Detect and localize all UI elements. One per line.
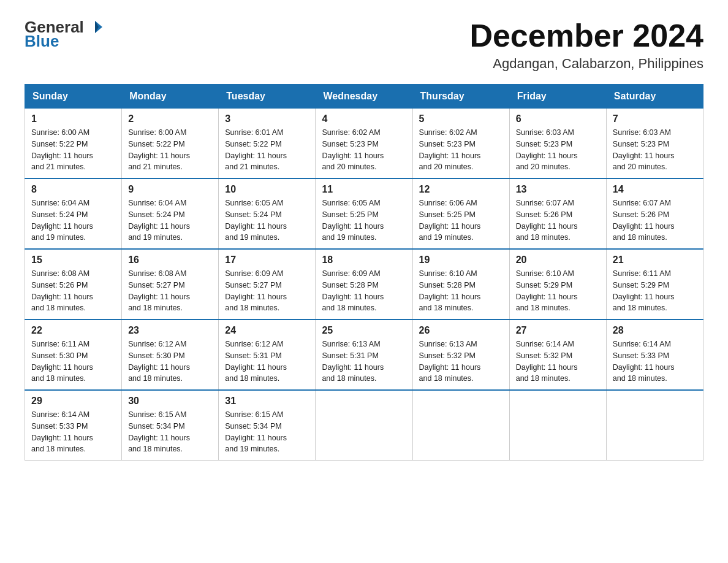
day-number: 16 xyxy=(128,255,212,266)
day-number: 6 xyxy=(516,113,600,124)
day-number: 12 xyxy=(419,184,503,195)
calendar-week-row: 1 Sunrise: 6:00 AMSunset: 5:22 PMDayligh… xyxy=(25,109,703,179)
day-number: 4 xyxy=(322,113,406,124)
calendar-day-cell: 17 Sunrise: 6:09 AMSunset: 5:27 PMDaylig… xyxy=(219,249,316,320)
day-number: 15 xyxy=(31,255,115,266)
day-info: Sunrise: 6:05 AMSunset: 5:24 PMDaylight:… xyxy=(225,199,287,242)
calendar-day-cell xyxy=(509,390,606,461)
day-number: 24 xyxy=(225,325,309,336)
logo: General Blue xyxy=(25,18,104,49)
day-number: 14 xyxy=(613,184,697,195)
calendar-day-cell: 15 Sunrise: 6:08 AMSunset: 5:26 PMDaylig… xyxy=(25,249,122,320)
day-info: Sunrise: 6:15 AMSunset: 5:34 PMDaylight:… xyxy=(128,410,190,453)
day-number: 31 xyxy=(225,396,309,407)
col-header-tuesday: Tuesday xyxy=(219,85,316,109)
day-number: 26 xyxy=(419,325,503,336)
day-number: 23 xyxy=(128,325,212,336)
calendar-day-cell: 22 Sunrise: 6:11 AMSunset: 5:30 PMDaylig… xyxy=(25,320,122,390)
calendar-day-cell: 4 Sunrise: 6:02 AMSunset: 5:23 PMDayligh… xyxy=(316,109,412,179)
day-info: Sunrise: 6:00 AMSunset: 5:22 PMDaylight:… xyxy=(31,128,93,171)
calendar-week-row: 15 Sunrise: 6:08 AMSunset: 5:26 PMDaylig… xyxy=(25,249,703,320)
calendar-day-cell: 24 Sunrise: 6:12 AMSunset: 5:31 PMDaylig… xyxy=(219,320,316,390)
day-info: Sunrise: 6:10 AMSunset: 5:28 PMDaylight:… xyxy=(419,269,481,312)
day-number: 8 xyxy=(31,184,115,195)
day-number: 22 xyxy=(31,325,115,336)
calendar-day-cell: 29 Sunrise: 6:14 AMSunset: 5:33 PMDaylig… xyxy=(25,390,122,461)
calendar-day-cell: 23 Sunrise: 6:12 AMSunset: 5:30 PMDaylig… xyxy=(122,320,219,390)
calendar-day-cell: 18 Sunrise: 6:09 AMSunset: 5:28 PMDaylig… xyxy=(316,249,412,320)
calendar-day-cell: 2 Sunrise: 6:00 AMSunset: 5:22 PMDayligh… xyxy=(122,109,219,179)
page-header: General Blue December 2024 Agdangan, Cal… xyxy=(25,18,703,72)
day-info: Sunrise: 6:06 AMSunset: 5:25 PMDaylight:… xyxy=(419,199,481,242)
calendar-day-cell: 26 Sunrise: 6:13 AMSunset: 5:32 PMDaylig… xyxy=(412,320,509,390)
calendar-day-cell: 14 Sunrise: 6:07 AMSunset: 5:26 PMDaylig… xyxy=(606,178,703,249)
calendar-day-cell: 21 Sunrise: 6:11 AMSunset: 5:29 PMDaylig… xyxy=(606,249,703,320)
day-number: 13 xyxy=(516,184,600,195)
day-info: Sunrise: 6:07 AMSunset: 5:26 PMDaylight:… xyxy=(613,199,675,242)
calendar-day-cell xyxy=(412,390,509,461)
day-info: Sunrise: 6:01 AMSunset: 5:22 PMDaylight:… xyxy=(225,128,287,171)
calendar-day-cell: 27 Sunrise: 6:14 AMSunset: 5:32 PMDaylig… xyxy=(509,320,606,390)
calendar-day-cell: 3 Sunrise: 6:01 AMSunset: 5:22 PMDayligh… xyxy=(219,109,316,179)
day-info: Sunrise: 6:02 AMSunset: 5:23 PMDaylight:… xyxy=(419,128,481,171)
col-header-monday: Monday xyxy=(122,85,219,109)
col-header-sunday: Sunday xyxy=(25,85,122,109)
day-info: Sunrise: 6:04 AMSunset: 5:24 PMDaylight:… xyxy=(31,199,93,242)
calendar-week-row: 22 Sunrise: 6:11 AMSunset: 5:30 PMDaylig… xyxy=(25,320,703,390)
day-number: 27 xyxy=(516,325,600,336)
day-number: 5 xyxy=(419,113,503,124)
day-info: Sunrise: 6:11 AMSunset: 5:30 PMDaylight:… xyxy=(31,340,93,383)
day-info: Sunrise: 6:08 AMSunset: 5:26 PMDaylight:… xyxy=(31,269,93,312)
calendar-day-cell: 28 Sunrise: 6:14 AMSunset: 5:33 PMDaylig… xyxy=(606,320,703,390)
calendar-day-cell: 30 Sunrise: 6:15 AMSunset: 5:34 PMDaylig… xyxy=(122,390,219,461)
calendar-day-cell: 6 Sunrise: 6:03 AMSunset: 5:23 PMDayligh… xyxy=(509,109,606,179)
day-number: 20 xyxy=(516,255,600,266)
day-info: Sunrise: 6:12 AMSunset: 5:30 PMDaylight:… xyxy=(128,340,190,383)
col-header-friday: Friday xyxy=(509,85,606,109)
calendar-day-cell xyxy=(316,390,412,461)
calendar-day-cell: 19 Sunrise: 6:10 AMSunset: 5:28 PMDaylig… xyxy=(412,249,509,320)
day-number: 17 xyxy=(225,255,309,266)
day-info: Sunrise: 6:05 AMSunset: 5:25 PMDaylight:… xyxy=(322,199,384,242)
calendar-day-cell: 8 Sunrise: 6:04 AMSunset: 5:24 PMDayligh… xyxy=(25,178,122,249)
calendar-day-cell: 1 Sunrise: 6:00 AMSunset: 5:22 PMDayligh… xyxy=(25,109,122,179)
day-info: Sunrise: 6:12 AMSunset: 5:31 PMDaylight:… xyxy=(225,340,287,383)
day-info: Sunrise: 6:13 AMSunset: 5:31 PMDaylight:… xyxy=(322,340,384,383)
day-number: 25 xyxy=(322,325,406,336)
calendar-day-cell: 9 Sunrise: 6:04 AMSunset: 5:24 PMDayligh… xyxy=(122,178,219,249)
day-number: 29 xyxy=(31,396,115,407)
day-info: Sunrise: 6:03 AMSunset: 5:23 PMDaylight:… xyxy=(613,128,675,171)
calendar-day-cell: 10 Sunrise: 6:05 AMSunset: 5:24 PMDaylig… xyxy=(219,178,316,249)
day-number: 1 xyxy=(31,113,115,124)
calendar-subtitle: Agdangan, Calabarzon, Philippines xyxy=(469,56,703,72)
col-header-thursday: Thursday xyxy=(412,85,509,109)
day-number: 18 xyxy=(322,255,406,266)
day-info: Sunrise: 6:13 AMSunset: 5:32 PMDaylight:… xyxy=(419,340,481,383)
header-row: Sunday Monday Tuesday Wednesday Thursday… xyxy=(25,85,703,109)
day-number: 7 xyxy=(613,113,697,124)
day-info: Sunrise: 6:10 AMSunset: 5:29 PMDaylight:… xyxy=(516,269,578,312)
calendar-day-cell: 13 Sunrise: 6:07 AMSunset: 5:26 PMDaylig… xyxy=(509,178,606,249)
calendar-day-cell xyxy=(606,390,703,461)
day-number: 21 xyxy=(613,255,697,266)
day-info: Sunrise: 6:02 AMSunset: 5:23 PMDaylight:… xyxy=(322,128,384,171)
calendar-day-cell: 11 Sunrise: 6:05 AMSunset: 5:25 PMDaylig… xyxy=(316,178,412,249)
day-number: 9 xyxy=(128,184,212,195)
day-info: Sunrise: 6:04 AMSunset: 5:24 PMDaylight:… xyxy=(128,199,190,242)
day-info: Sunrise: 6:11 AMSunset: 5:29 PMDaylight:… xyxy=(613,269,675,312)
day-number: 11 xyxy=(322,184,406,195)
day-info: Sunrise: 6:14 AMSunset: 5:33 PMDaylight:… xyxy=(613,340,675,383)
day-info: Sunrise: 6:09 AMSunset: 5:28 PMDaylight:… xyxy=(322,269,384,312)
day-number: 19 xyxy=(419,255,503,266)
day-info: Sunrise: 6:14 AMSunset: 5:33 PMDaylight:… xyxy=(31,410,93,453)
day-number: 30 xyxy=(128,396,212,407)
logo-blue-text: Blue xyxy=(25,33,104,49)
day-info: Sunrise: 6:08 AMSunset: 5:27 PMDaylight:… xyxy=(128,269,190,312)
title-block: December 2024 Agdangan, Calabarzon, Phil… xyxy=(469,18,703,72)
day-info: Sunrise: 6:07 AMSunset: 5:26 PMDaylight:… xyxy=(516,199,578,242)
day-info: Sunrise: 6:15 AMSunset: 5:34 PMDaylight:… xyxy=(225,410,287,453)
calendar-day-cell: 25 Sunrise: 6:13 AMSunset: 5:31 PMDaylig… xyxy=(316,320,412,390)
col-header-wednesday: Wednesday xyxy=(316,85,412,109)
calendar-day-cell: 12 Sunrise: 6:06 AMSunset: 5:25 PMDaylig… xyxy=(412,178,509,249)
calendar-title: December 2024 xyxy=(469,18,703,53)
